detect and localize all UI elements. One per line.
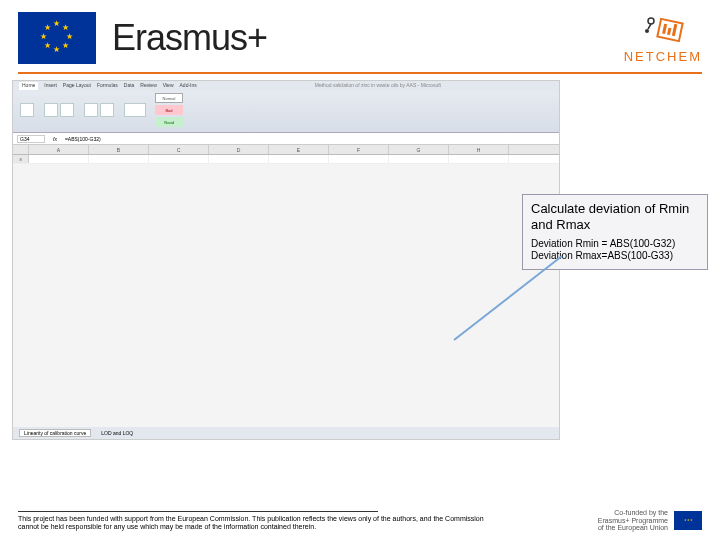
svg-point-4 bbox=[648, 18, 654, 24]
col-C[interactable]: C bbox=[149, 145, 209, 154]
sheet-tabs-bar: Linearity of calibration curve LOD and L… bbox=[13, 427, 559, 439]
cofund-line1: Co-funded by the bbox=[598, 509, 668, 517]
excel-ribbon: Home Insert Page Layout Formulas Data Re… bbox=[13, 81, 559, 133]
col-F[interactable]: F bbox=[329, 145, 389, 154]
tab-review[interactable]: Review bbox=[140, 82, 156, 90]
cofunded-badge: Co-funded by the Erasmus+ Programme of t… bbox=[598, 509, 702, 532]
svg-rect-1 bbox=[662, 23, 667, 33]
tab-formulas[interactable]: Formulas bbox=[97, 82, 118, 90]
slide-header: ★★ ★★ ★★ ★★ Erasmus+ NETCHEM bbox=[0, 0, 720, 68]
eu-mini-flag-icon: ★★★ bbox=[674, 511, 702, 530]
callout-title: Calculate deviation of Rmin and Rmax bbox=[531, 201, 699, 234]
formula-bar: G34 fx =ABS(100-G32) bbox=[13, 133, 559, 145]
column-headers: A B C D E F G H bbox=[13, 145, 559, 155]
bold-icon[interactable] bbox=[44, 103, 58, 117]
netchem-label: NETCHEM bbox=[624, 49, 702, 64]
align-left-icon[interactable] bbox=[84, 103, 98, 117]
col-G[interactable]: G bbox=[389, 145, 449, 154]
header-divider bbox=[18, 72, 702, 74]
ribbon-tabs: Home Insert Page Layout Formulas Data Re… bbox=[13, 81, 559, 91]
cell[interactable] bbox=[329, 155, 389, 163]
tab-home[interactable]: Home bbox=[19, 82, 38, 90]
worksheet-grid[interactable]: 8 bbox=[13, 155, 559, 164]
paste-icon[interactable] bbox=[20, 103, 34, 117]
callout-formula-1: Deviation Rmin = ABS(100-G32) bbox=[531, 238, 699, 251]
tab-view[interactable]: View bbox=[163, 82, 174, 90]
cofund-line2: Erasmus+ Programme bbox=[598, 517, 668, 525]
cell[interactable] bbox=[89, 155, 149, 163]
cell[interactable] bbox=[269, 155, 329, 163]
disclaimer-text: This project has been funded with suppor… bbox=[18, 515, 488, 533]
cell[interactable] bbox=[389, 155, 449, 163]
wrap-text-button[interactable] bbox=[124, 103, 146, 117]
tab-insert[interactable]: Insert bbox=[44, 82, 57, 90]
sheet-tab-2[interactable]: LOD and LOQ bbox=[101, 430, 133, 436]
svg-rect-2 bbox=[667, 27, 671, 34]
col-A[interactable]: A bbox=[29, 145, 89, 154]
cofund-line3: of the European Union bbox=[598, 524, 668, 532]
slide-footer: This project has been funded with suppor… bbox=[18, 511, 702, 533]
tab-addins[interactable]: Add-Ins bbox=[180, 82, 197, 90]
sheet-tab-1[interactable]: Linearity of calibration curve bbox=[19, 429, 91, 437]
svg-line-6 bbox=[648, 24, 651, 29]
svg-line-7 bbox=[454, 256, 562, 340]
erasmus-logo-text: Erasmus+ bbox=[112, 17, 267, 59]
italic-icon[interactable] bbox=[60, 103, 74, 117]
col-B[interactable]: B bbox=[89, 145, 149, 154]
cell[interactable] bbox=[209, 155, 269, 163]
fx-icon[interactable]: fx bbox=[53, 136, 57, 142]
style-bad[interactable]: Bad bbox=[155, 105, 183, 115]
svg-point-5 bbox=[645, 29, 649, 33]
tab-pagelayout[interactable]: Page Layout bbox=[63, 82, 91, 90]
style-good[interactable]: Good bbox=[155, 117, 183, 127]
cell[interactable] bbox=[29, 155, 89, 163]
table-row: 8 bbox=[13, 155, 559, 164]
col-D[interactable]: D bbox=[209, 145, 269, 154]
row-number[interactable]: 8 bbox=[13, 155, 29, 163]
formula-input[interactable]: =ABS(100-G32) bbox=[65, 136, 101, 142]
netchem-icon bbox=[641, 13, 685, 49]
align-center-icon[interactable] bbox=[100, 103, 114, 117]
svg-rect-3 bbox=[672, 23, 677, 35]
col-E[interactable]: E bbox=[269, 145, 329, 154]
eu-flag-icon: ★★ ★★ ★★ ★★ bbox=[18, 12, 96, 64]
footer-divider bbox=[18, 511, 378, 512]
netchem-logo: NETCHEM bbox=[624, 13, 702, 64]
style-normal[interactable]: Normal bbox=[155, 93, 183, 103]
col-corner[interactable] bbox=[13, 145, 29, 154]
col-H[interactable]: H bbox=[449, 145, 509, 154]
window-title: Method validation of zinc in waste oils … bbox=[315, 82, 441, 90]
tab-data[interactable]: Data bbox=[124, 82, 135, 90]
name-box[interactable]: G34 bbox=[17, 135, 45, 143]
callout-arrow-icon bbox=[454, 256, 562, 340]
cell[interactable] bbox=[449, 155, 509, 163]
cell[interactable] bbox=[149, 155, 209, 163]
